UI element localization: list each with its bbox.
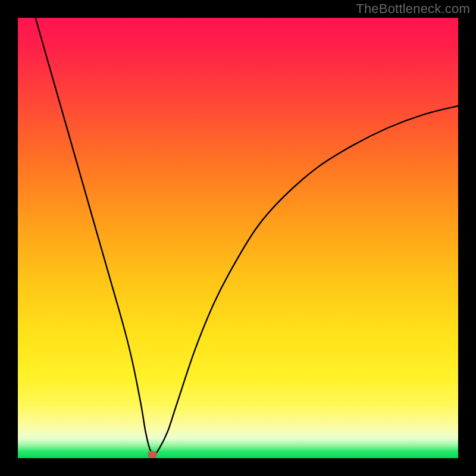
plot-area xyxy=(18,18,458,458)
minimum-marker xyxy=(148,451,157,458)
chart-stage: TheBottleneck.com xyxy=(0,0,476,476)
bottleneck-curve xyxy=(18,18,458,458)
attribution-text: TheBottleneck.com xyxy=(356,1,470,17)
